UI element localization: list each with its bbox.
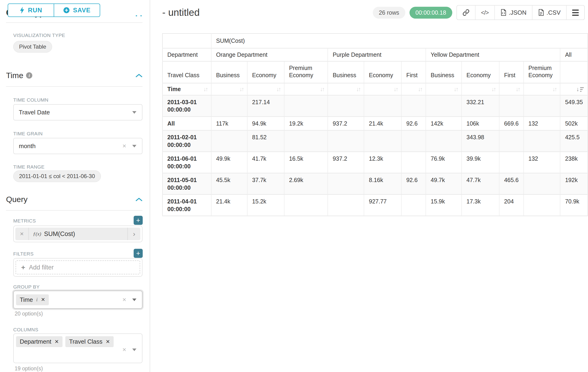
pivot-value-cell: 15.2k — [247, 195, 284, 216]
pivot-value-cell — [328, 195, 364, 216]
chevron-down-icon — [132, 298, 136, 301]
sort-icon[interactable]: ↓↑ — [203, 86, 207, 93]
travel-class-header: Economy — [462, 61, 499, 83]
pivot-value-cell: 21.4k — [211, 195, 247, 216]
sort-icon[interactable]: ↓↑ — [491, 86, 495, 93]
columns-select[interactable]: Department✕Travel Class✕ × — [13, 333, 142, 363]
sort-icon[interactable]: ↓↑ — [320, 86, 324, 93]
pivot-corner-cell — [162, 33, 211, 48]
export-csv-label: .CSV — [546, 9, 561, 16]
chevron-down-icon — [132, 111, 136, 114]
pivot-table: SUM(Cost)DepartmentOrange DepartmentPurp… — [162, 33, 588, 216]
time-grain-select[interactable]: month × — [13, 138, 142, 154]
dimension-tag[interactable]: Timei✕ — [16, 294, 49, 305]
divider — [6, 86, 142, 87]
pivot-value-cell — [524, 95, 560, 117]
dimension-tag[interactable]: Department✕ — [16, 336, 63, 347]
remove-tag-icon[interactable]: ✕ — [41, 297, 45, 303]
query-section-header: Query — [6, 195, 142, 204]
pivot-value-cell — [524, 173, 560, 195]
time-range-label: TIME RANGE — [13, 164, 45, 170]
row-dimension-label: Time — [167, 86, 181, 93]
department-group-header: Yellow Department — [426, 48, 560, 61]
chart-title[interactable]: - untitled — [162, 7, 200, 18]
pivot-value-cell: 238k — [560, 152, 588, 173]
chart-header: - untitled 26 rows 00:00:00.18 </> .JSON — [162, 5, 585, 20]
sort-descending-icon[interactable]: ↓ — [576, 86, 584, 92]
row-count-badge: 26 rows — [373, 7, 405, 19]
pivot-value-cell: 49.9k — [211, 152, 247, 173]
pivot-value-cell: 117k — [211, 117, 247, 130]
pivot-value-cell — [499, 152, 524, 173]
collapse-chevron-icon[interactable] — [136, 197, 142, 202]
pivot-value-cell: 937.2 — [328, 117, 364, 130]
pivot-value-cell: 15.9k — [426, 195, 462, 216]
clear-icon[interactable]: × — [123, 296, 126, 303]
travel-class-header: Economy — [247, 61, 284, 83]
run-button[interactable]: RUN — [8, 3, 54, 17]
travel-class-header: First — [499, 61, 524, 83]
add-metric-button[interactable]: + — [134, 216, 143, 225]
pivot-value-cell: 47.7k — [462, 173, 499, 195]
save-button[interactable]: SAVE — [54, 3, 100, 17]
time-grain-value: month — [19, 142, 123, 150]
pivot-table-container: SUM(Cost)DepartmentOrange DepartmentPurp… — [162, 33, 588, 216]
view-query-button[interactable]: </> — [475, 6, 495, 20]
add-filter-button[interactable]: + Add filter — [16, 260, 140, 274]
add-filter-plus-button[interactable]: + — [134, 249, 143, 258]
sort-header-cell: ↓↑ — [401, 83, 426, 95]
remove-metric-icon[interactable]: × — [15, 228, 29, 240]
travel-class-header: Premium Economy — [524, 61, 560, 83]
metric-pill[interactable]: × ƒ(x) SUM(Cost) › — [15, 228, 140, 240]
export-json-button[interactable]: .JSON — [495, 6, 533, 20]
pivot-value-cell — [499, 130, 524, 152]
travel-class-header: First — [401, 61, 426, 83]
divider — [6, 22, 142, 23]
share-link-button[interactable] — [457, 6, 475, 20]
clear-icon[interactable]: × — [123, 346, 126, 353]
sort-icon[interactable]: ↓↑ — [239, 86, 243, 93]
row-label: 2011-03-01 00:00:00 — [162, 95, 211, 117]
row-label: 2011-02-01 00:00:00 — [162, 130, 211, 152]
pivot-value-cell: 92.6 — [401, 117, 426, 130]
travel-class-header: Business — [426, 61, 462, 83]
sort-icon[interactable]: ↓↑ — [552, 86, 556, 93]
sort-header-cell: ↓↑ — [426, 83, 462, 95]
file-code-icon — [500, 9, 506, 16]
pivot-value-cell: 94.9k — [247, 117, 284, 130]
panel-drag-handle[interactable] — [136, 15, 142, 16]
query-timer-badge: 00:00:00.18 — [410, 7, 452, 19]
pivot-value-cell: 45.5k — [211, 173, 247, 195]
time-range-pill[interactable]: 2011-01-01 ≤ col < 2011-06-30 — [13, 170, 101, 182]
collapse-chevron-icon[interactable] — [136, 74, 142, 78]
table-row: 2011-05-01 00:00:0045.5k37.7k2.69k8.16k9… — [162, 173, 588, 195]
sort-icon[interactable]: ↓↑ — [356, 86, 360, 93]
sort-icon[interactable]: ↓↑ — [276, 86, 280, 93]
link-icon — [462, 9, 470, 16]
sort-header-cell: ↓ — [560, 83, 588, 95]
sort-header-cell: ↓↑ — [211, 83, 247, 95]
viz-type-pill[interactable]: Pivot Table — [13, 41, 52, 53]
chevron-right-icon[interactable]: › — [127, 228, 140, 240]
export-csv-button[interactable]: .CSV — [533, 6, 567, 20]
remove-tag-icon[interactable]: ✕ — [106, 339, 110, 345]
remove-tag-icon[interactable]: ✕ — [55, 339, 59, 345]
sort-header-cell: ↓↑ — [524, 83, 560, 95]
dimension-tag[interactable]: Travel Class✕ — [65, 336, 114, 347]
table-row: 2011-04-01 00:00:0021.4k15.2k927.7715.9k… — [162, 195, 588, 216]
group-by-select[interactable]: Timei✕ × — [13, 291, 142, 309]
time-column-select[interactable]: Travel Date — [13, 104, 142, 120]
clear-icon[interactable]: × — [123, 142, 126, 150]
pivot-value-cell: 132 — [524, 117, 560, 130]
pivot-value-cell: 81.52 — [247, 130, 284, 152]
sort-icon[interactable]: ↓↑ — [516, 86, 520, 93]
menu-button[interactable] — [567, 6, 584, 20]
pivot-value-cell: 192k — [560, 173, 588, 195]
tag-label: Department — [20, 338, 51, 345]
sort-icon[interactable]: ↓↑ — [418, 86, 422, 93]
pivot-value-cell: 927.77 — [364, 195, 401, 216]
sort-icon[interactable]: ↓↑ — [454, 86, 458, 93]
pivot-value-cell — [284, 195, 328, 216]
sort-icon[interactable]: ↓↑ — [393, 86, 398, 93]
pivot-value-cell: 76.9k — [426, 152, 462, 173]
